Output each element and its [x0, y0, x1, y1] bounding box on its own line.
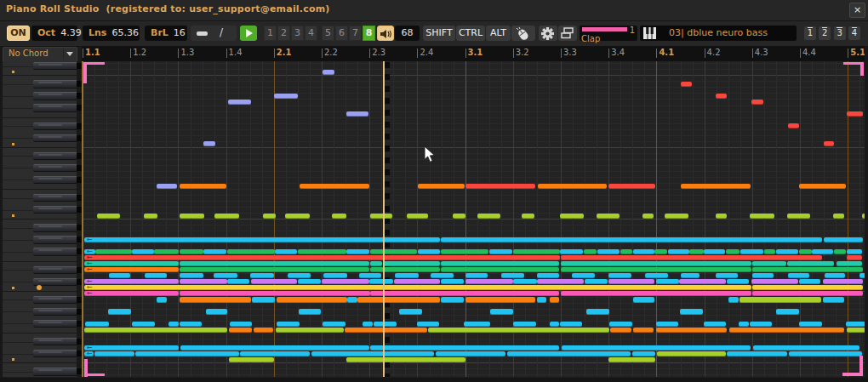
note-green-F#4[interactable]	[154, 249, 179, 254]
note-lime-C5[interactable]	[97, 214, 120, 219]
group-button-3[interactable]: 3	[291, 26, 304, 41]
note-cyan-C#3[interactable]	[789, 351, 863, 356]
note-lime-F3[interactable]	[276, 328, 344, 333]
piano-key-black-C#5[interactable]	[33, 206, 77, 214]
midi-channel-button-4[interactable]: 4	[848, 26, 860, 40]
note-cyan-F#4[interactable]	[418, 249, 441, 254]
note-magenta-B3[interactable]	[180, 291, 370, 296]
group-button-1[interactable]: 1	[264, 26, 277, 41]
note-orange-F3[interactable]	[254, 328, 273, 333]
note-purple-G6[interactable]	[228, 100, 251, 105]
note-cyan-F#3[interactable]	[550, 322, 559, 327]
note-cyan-D4[interactable]	[250, 273, 274, 278]
note-cyan-C#4[interactable]	[585, 279, 608, 284]
note-cyan-F#4[interactable]	[633, 249, 654, 254]
note-violet-C#4[interactable]	[394, 279, 440, 284]
note-red-F6[interactable]	[847, 111, 863, 117]
note-violet-C#4[interactable]	[465, 279, 513, 284]
note-violet-C#4[interactable]	[823, 279, 863, 284]
note-cyan-F#3[interactable]	[417, 322, 439, 327]
note-red-G6[interactable]	[751, 100, 763, 105]
group-button-7[interactable]: 7	[349, 26, 362, 41]
group-button-2[interactable]: 2	[277, 26, 290, 41]
note-cyan-D4[interactable]	[180, 273, 203, 278]
note-cyan-D3[interactable]: ←	[84, 345, 179, 351]
note-cyan-C#4[interactable]	[298, 279, 321, 284]
note-lime-F3[interactable]	[84, 328, 227, 333]
note-magenta-B3[interactable]	[752, 291, 863, 296]
note-cyan-G#3[interactable]	[680, 309, 703, 314]
note-cyan-F#3[interactable]	[374, 322, 397, 327]
playhead[interactable]	[383, 61, 385, 377]
piano-key-black-F#5[interactable]	[33, 176, 77, 184]
note-cyan-C#4[interactable]	[441, 279, 464, 284]
note-lime-C5[interactable]	[285, 214, 310, 219]
note-red-F5[interactable]	[608, 184, 655, 189]
note-teal-E4[interactable]	[752, 261, 786, 266]
note-purple-C7[interactable]	[323, 70, 334, 75]
note-cyan-D4[interactable]	[681, 273, 700, 278]
note-purple-G#6[interactable]	[274, 94, 298, 99]
note-cyan-F#4[interactable]	[560, 249, 583, 254]
note-lime-C5[interactable]	[332, 214, 345, 219]
note-green-F#4[interactable]	[654, 249, 667, 254]
note-cyan-G#3[interactable]	[299, 309, 321, 314]
note-lime-C5[interactable]	[263, 214, 276, 219]
note-cyan-F#4[interactable]	[704, 249, 725, 254]
octave-field[interactable]: Oct4.39	[31, 26, 77, 41]
piano-key-black-C#6[interactable]	[33, 134, 77, 142]
note-green-F#4[interactable]	[441, 249, 488, 254]
note-lime-C3[interactable]	[608, 357, 655, 362]
midi-channel-button-3[interactable]: 3	[834, 26, 846, 40]
note-cyan-C#4[interactable]	[513, 279, 536, 284]
note-orange-F3[interactable]	[610, 328, 631, 333]
timeline-ruler[interactable]: 1.11.21.31.42.12.22.32.43.13.23.33.44.14…	[82, 46, 868, 61]
note-cyan-A#3[interactable]	[823, 297, 844, 302]
note-teal-E4[interactable]	[837, 261, 863, 266]
note-cyan-D4[interactable]	[109, 273, 131, 278]
loop-marker-top-right[interactable]	[860, 62, 864, 76]
note-orange-F5[interactable]	[681, 184, 751, 189]
note-orange-A#3[interactable]	[357, 297, 440, 302]
note-cyan-G#3[interactable]	[490, 309, 513, 314]
note-cyan-F#3[interactable]	[750, 322, 772, 327]
play-button[interactable]	[240, 26, 257, 41]
note-cyan-C#3[interactable]: ←	[84, 351, 94, 356]
group-button-5[interactable]: 5	[322, 26, 334, 41]
note-red-D#6[interactable]	[788, 123, 799, 128]
piano-key-black-F#6[interactable]	[33, 104, 77, 111]
note-orange-F3[interactable]	[229, 328, 253, 333]
note-cyan-D3[interactable]	[370, 345, 559, 351]
note-cyan-F#4[interactable]	[668, 249, 689, 254]
note-cyan-F#3[interactable]	[180, 322, 202, 327]
note-red-F4[interactable]	[561, 255, 822, 260]
note-teal-E4[interactable]	[370, 261, 383, 266]
note-lime-C5[interactable]	[833, 214, 845, 219]
note-cyan-C#4[interactable]	[369, 279, 393, 284]
note-cyan-G#3[interactable]	[108, 309, 132, 314]
note-green-F#4[interactable]	[689, 249, 704, 254]
note-lime-F3[interactable]	[847, 328, 865, 333]
note-green-F#4[interactable]	[799, 249, 812, 254]
ctrl-button[interactable]: CTRL	[456, 26, 485, 41]
note-violet-C#4[interactable]	[322, 279, 369, 284]
note-cyan-G#4[interactable]	[441, 237, 822, 242]
note-cyan-F#3[interactable]	[560, 322, 582, 327]
note-green-F#4[interactable]	[620, 249, 632, 254]
note-green-D#4[interactable]	[561, 267, 751, 272]
note-green-D#4[interactable]	[752, 267, 863, 272]
note-orange-A#3[interactable]	[550, 297, 560, 302]
note-cyan-C#3[interactable]	[135, 351, 239, 356]
piano-key-black-D#4[interactable]	[33, 266, 77, 274]
note-cyan-F#3[interactable]	[846, 322, 865, 327]
note-orange-F5[interactable]	[180, 184, 227, 189]
note-cyan-A#3[interactable]	[633, 297, 655, 302]
note-yellow-C4[interactable]: ←	[84, 285, 751, 290]
note-cyan-D4[interactable]	[572, 273, 595, 278]
note-cyan-D4[interactable]	[752, 273, 774, 278]
note-cyan-D4[interactable]	[359, 273, 382, 278]
note-cyan-D4[interactable]	[716, 273, 737, 278]
note-violet-C#4[interactable]	[751, 279, 798, 284]
piano-key-black-A#2[interactable]	[33, 368, 77, 375]
note-green-D#4[interactable]	[441, 267, 559, 272]
